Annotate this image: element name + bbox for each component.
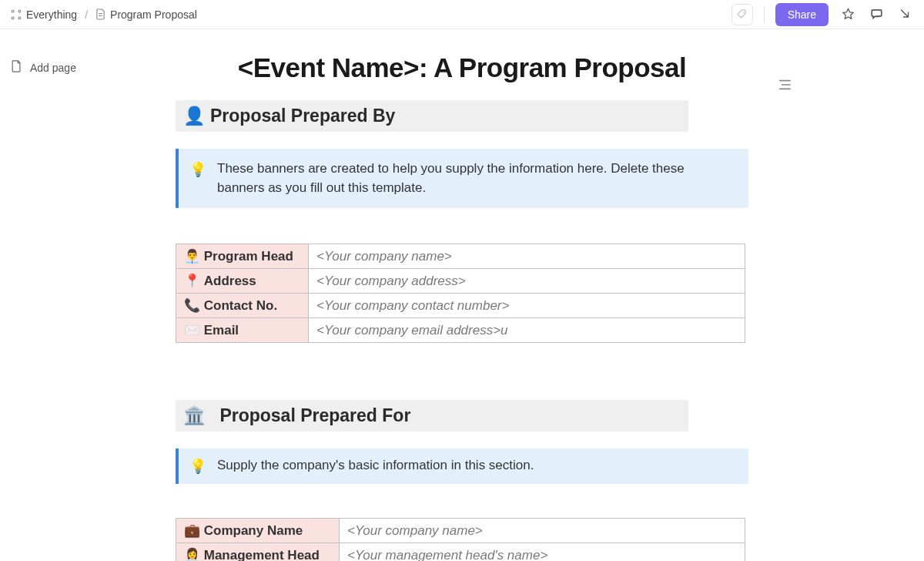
value-program-head[interactable]: <Your company name> — [309, 244, 745, 269]
breadcrumb: Everything / Program Proposal — [11, 8, 197, 21]
label-company-name[interactable]: 💼 Company Name — [176, 519, 340, 543]
svg-point-2 — [18, 10, 21, 12]
breadcrumb-page-label: Program Proposal — [110, 8, 197, 21]
label-contact[interactable]: 📞 Contact No. — [176, 294, 309, 318]
label-address[interactable]: 📍 Address — [176, 269, 309, 294]
section-heading-prepared-for[interactable]: 🏛️ Proposal Prepared For — [176, 400, 688, 432]
comment-icon[interactable] — [868, 5, 886, 23]
value-company-name[interactable]: <Your company name> — [340, 519, 745, 543]
prepared-for-table: 💼 Company Name <Your company name> 👩‍💼 M… — [176, 518, 745, 561]
page-title[interactable]: <Event Name>: A Program Proposal — [238, 52, 686, 83]
add-page-button[interactable]: Add page — [11, 60, 76, 75]
divider — [764, 6, 765, 23]
topbar-actions: Share — [732, 3, 913, 26]
svg-point-3 — [18, 16, 21, 18]
prepared-by-table: 👨‍💼 Program Head <Your company name> 📍 A… — [176, 244, 745, 343]
breadcrumb-page[interactable]: Program Proposal — [95, 8, 197, 21]
value-address[interactable]: <Your company address> — [309, 269, 745, 294]
grid-icon — [11, 9, 22, 20]
value-contact[interactable]: <Your company contact number> — [309, 294, 745, 318]
svg-point-6 — [743, 12, 745, 13]
table-row: 👨‍💼 Program Head <Your company name> — [176, 244, 745, 269]
svg-point-1 — [12, 16, 14, 18]
table-row: ✉️ Email <Your company email address>u — [176, 318, 745, 343]
bank-icon: 🏛️ — [183, 405, 206, 426]
document-icon — [95, 8, 105, 20]
value-management-head[interactable]: <Your management head's name> — [340, 543, 745, 561]
table-row: 📞 Contact No. <Your company contact numb… — [176, 294, 745, 318]
table-row: 💼 Company Name <Your company name> — [176, 519, 745, 543]
add-page-label: Add page — [30, 62, 76, 74]
banner-text: These banners are created to help you su… — [217, 160, 735, 197]
section-heading-text: Proposal Prepared For — [219, 405, 410, 426]
tag-button[interactable] — [732, 4, 753, 25]
main-content: <Event Name>: A Program Proposal 👤 Propo… — [0, 29, 924, 561]
star-icon[interactable] — [839, 5, 857, 23]
breadcrumb-separator: / — [85, 8, 88, 21]
label-email[interactable]: ✉️ Email — [176, 318, 309, 343]
banner-text: Supply the company's basic information i… — [217, 456, 534, 476]
table-row: 👩‍💼 Management Head <Your management hea… — [176, 543, 745, 561]
table-row: 📍 Address <Your company address> — [176, 269, 745, 294]
lightbulb-icon: 💡 — [189, 456, 206, 476]
label-management-head[interactable]: 👩‍💼 Management Head — [176, 543, 340, 561]
svg-point-0 — [12, 10, 14, 12]
breadcrumb-root-label: Everything — [26, 8, 77, 21]
info-banner[interactable]: 💡 These banners are created to help you … — [176, 149, 748, 208]
topbar: Everything / Program Proposal Share — [0, 0, 924, 29]
share-button[interactable]: Share — [775, 3, 829, 26]
label-program-head[interactable]: 👨‍💼 Program Head — [176, 244, 309, 269]
section-heading-text: Proposal Prepared By — [210, 106, 395, 126]
section-heading-prepared-by[interactable]: 👤 Proposal Prepared By — [176, 100, 688, 132]
download-icon[interactable] — [896, 6, 913, 23]
document-body: 👤 Proposal Prepared By 💡 These banners a… — [176, 100, 748, 561]
lightbulb-icon: 💡 — [189, 160, 206, 197]
add-page-icon — [11, 60, 22, 75]
value-email[interactable]: <Your company email address>u — [309, 318, 745, 343]
outline-icon[interactable] — [778, 79, 792, 94]
info-banner[interactable]: 💡 Supply the company's basic information… — [176, 448, 748, 484]
person-icon: 👤 — [183, 106, 206, 126]
breadcrumb-everything[interactable]: Everything — [11, 8, 77, 21]
